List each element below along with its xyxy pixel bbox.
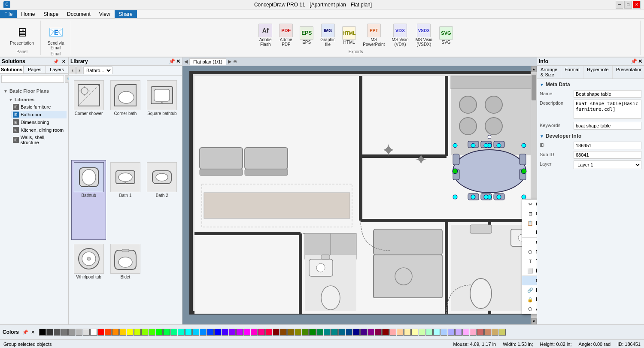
color-swatch[interactable] <box>484 329 491 336</box>
solutions-tab-solutions[interactable]: Solutions <box>0 66 24 73</box>
ctx-fit-to-text[interactable]: ⬜ Fit To Text <box>522 266 537 275</box>
color-swatch[interactable] <box>419 329 425 336</box>
ctx-paste[interactable]: 📋 Paste <box>522 218 537 228</box>
ribbon-btn-ms-powerpoint[interactable]: PPT MSPowerPoint <box>360 22 388 48</box>
tree-libraries[interactable]: ▼ Libraries <box>7 96 67 103</box>
color-swatch[interactable] <box>214 329 221 336</box>
color-swatch[interactable] <box>389 329 396 336</box>
color-swatch[interactable] <box>163 329 170 336</box>
canvas-workspace[interactable]: ✦ ✦ ✦ <box>182 66 537 324</box>
color-swatch[interactable] <box>382 329 389 336</box>
tree-library-basic-furniture[interactable]: ⊞ Basic furniture <box>11 103 67 111</box>
menu-file[interactable]: File <box>0 10 17 18</box>
color-swatch[interactable] <box>360 329 367 336</box>
color-swatch[interactable] <box>346 329 352 336</box>
color-swatch[interactable] <box>477 329 484 336</box>
minimize-button[interactable]: ─ <box>616 1 623 9</box>
tree-library-walls[interactable]: ⊞ Walls, shell, structure <box>11 134 67 146</box>
ribbon-btn-send-email[interactable]: 📧 Send viaEmail <box>44 22 67 51</box>
ctx-cut[interactable]: ✂ Cut <box>522 200 537 209</box>
menu-share[interactable]: Share <box>115 10 137 18</box>
color-swatch[interactable] <box>178 329 185 336</box>
color-swatch[interactable] <box>368 329 374 336</box>
color-swatch[interactable] <box>39 329 46 336</box>
library-item-square-bathtub[interactable]: Square bathtub <box>145 78 179 158</box>
color-swatch[interactable] <box>236 329 243 336</box>
color-swatch[interactable] <box>112 329 119 336</box>
library-item-bathtub[interactable]: Bathtub <box>71 160 106 240</box>
color-swatch[interactable] <box>251 329 258 336</box>
color-swatch[interactable] <box>149 329 155 336</box>
color-swatch[interactable] <box>375 329 382 336</box>
color-swatch[interactable] <box>309 329 316 336</box>
ribbon-btn-html[interactable]: HTML HTML <box>339 25 359 46</box>
color-swatch[interactable] <box>324 329 331 336</box>
menu-home[interactable]: Home <box>17 10 39 18</box>
color-swatch[interactable] <box>46 329 53 336</box>
canvas-add-page[interactable]: ⊕ <box>233 59 237 64</box>
color-swatch[interactable] <box>265 329 272 336</box>
color-swatch[interactable] <box>61 329 68 336</box>
color-swatch[interactable] <box>433 329 440 336</box>
color-swatch[interactable] <box>338 329 345 336</box>
color-swatch[interactable] <box>170 329 177 336</box>
color-swatch[interactable] <box>295 329 301 336</box>
scroll-down-button[interactable]: ▼ <box>531 318 537 324</box>
menu-view[interactable]: View <box>95 10 115 18</box>
color-swatch[interactable] <box>207 329 214 336</box>
solutions-search-input[interactable] <box>1 75 64 83</box>
maximize-button[interactable]: □ <box>624 1 632 9</box>
ribbon-btn-ms-vdx[interactable]: VDX MS Visio(VDX) <box>389 22 411 48</box>
color-swatch[interactable] <box>200 329 207 336</box>
color-swatch[interactable] <box>302 329 309 336</box>
info-description-input[interactable]: Boat shape table[Basic furniture.cdl] <box>574 100 641 119</box>
color-swatch[interactable] <box>258 329 265 336</box>
info-pin-button[interactable]: 📌 <box>631 58 637 64</box>
info-keywords-input[interactable] <box>574 122 641 130</box>
ctx-hypernote[interactable]: 🔗 Hypernote <box>522 285 537 295</box>
menu-shape[interactable]: Shape <box>39 10 63 18</box>
solutions-close-button[interactable]: ✕ <box>61 59 67 64</box>
ribbon-btn-flash[interactable]: Af AdobeFlash <box>255 22 275 48</box>
solutions-tab-layers[interactable]: Layers <box>46 66 68 73</box>
info-layer-select[interactable]: Layer 1 <box>574 160 641 169</box>
library-pin-button[interactable]: 📌 <box>169 58 175 64</box>
color-swatch[interactable] <box>470 329 477 336</box>
ribbon-btn-pdf[interactable]: PDF AdobePDF <box>276 22 296 48</box>
info-tab-format[interactable]: Format <box>561 66 583 79</box>
info-meta-title[interactable]: ▼ Meta Data <box>540 82 641 88</box>
color-swatch[interactable] <box>185 329 192 336</box>
ctx-object[interactable]: Object ▶ <box>522 275 537 285</box>
ctx-shape-properties[interactable]: ⬡ Shape Properties... <box>522 247 537 257</box>
color-swatch[interactable] <box>68 329 75 336</box>
info-id-input[interactable] <box>574 142 641 149</box>
info-close-button[interactable]: ✕ <box>638 58 642 64</box>
tree-library-bathroom[interactable]: ⊞ Bathroom <box>11 111 67 118</box>
ribbon-btn-graphic[interactable]: IMG Graphicfile <box>317 22 338 48</box>
tree-library-dimensioning[interactable]: ⊞ Dimensioning <box>11 118 67 126</box>
color-swatch[interactable] <box>440 329 447 336</box>
color-swatch[interactable] <box>127 329 134 336</box>
solutions-pin-button[interactable]: 📌 <box>52 59 60 64</box>
library-back-button[interactable]: ‹ <box>70 67 76 74</box>
library-item-corner-shower[interactable]: Corner shower <box>71 78 106 158</box>
color-swatch[interactable] <box>426 329 433 336</box>
ctx-lock[interactable]: 🔒 Lock ▶ <box>522 295 537 304</box>
color-swatch[interactable] <box>105 329 112 336</box>
colors-pin-button[interactable]: 📌 <box>22 330 28 335</box>
color-swatch[interactable] <box>54 329 61 336</box>
ribbon-btn-ms-vsdx[interactable]: VSDX MS Visio(VSDX) <box>413 22 435 48</box>
scroll-thumb-v[interactable] <box>532 75 536 100</box>
info-name-input[interactable] <box>574 90 641 98</box>
tree-library-kitchen[interactable]: ⊞ Kitchen, dining room <box>11 126 67 134</box>
library-select[interactable]: Bathro... <box>83 67 112 74</box>
info-tab-hypernote[interactable]: Hypernote <box>583 66 613 79</box>
color-swatch[interactable] <box>455 329 462 336</box>
library-item-corner-bath[interactable]: Corner bath <box>108 78 143 158</box>
ribbon-btn-eps[interactable]: EPS EPS <box>297 25 316 46</box>
colors-close-button[interactable]: ✕ <box>31 330 35 335</box>
library-item-bath1[interactable]: Bath 1 <box>108 160 143 240</box>
color-swatch[interactable] <box>411 329 418 336</box>
info-tab-arrange[interactable]: Arrange & Size <box>537 66 561 79</box>
info-subid-input[interactable] <box>574 151 641 159</box>
